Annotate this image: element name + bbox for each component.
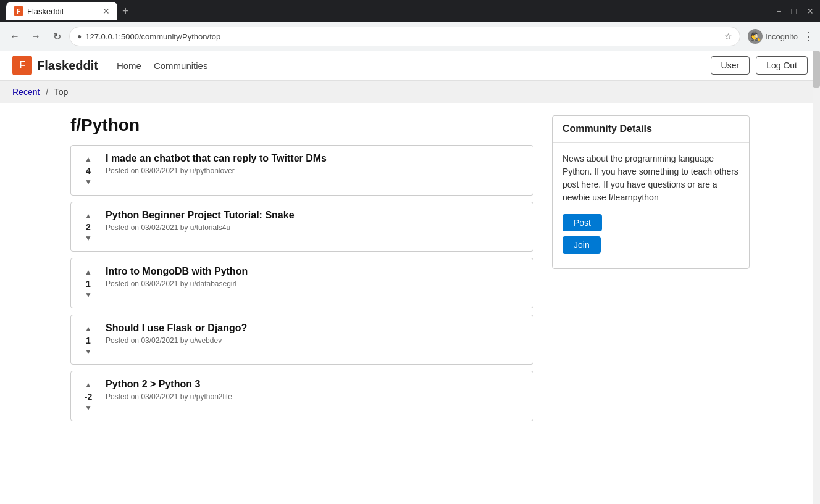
browser-toolbar: ← → ↻ ● 127.0.0.1:5000/community/Python/… bbox=[0, 22, 820, 51]
address-bar[interactable]: ● 127.0.0.1:5000/community/Python/top ☆ bbox=[69, 27, 740, 46]
scrollbar[interactable] bbox=[813, 51, 820, 440]
nav-actions: User Log Out bbox=[711, 56, 808, 75]
post-content: Python Beginner Project Tutorial: Snake … bbox=[106, 210, 523, 232]
minimize-button[interactable]: − bbox=[776, 6, 781, 16]
vote-section: ▲ 2 ▼ bbox=[81, 210, 96, 244]
browser-chrome: F Flaskeddit ✕ + − □ ✕ ← → ↻ ● 127.0.0.1… bbox=[0, 0, 820, 51]
post-meta: Posted on 03/02/2021 by u/databasegirl bbox=[106, 279, 523, 288]
community-details-heading: Community Details bbox=[553, 116, 749, 143]
vote-section: ▲ -2 ▼ bbox=[81, 379, 96, 413]
scrollbar-thumb[interactable] bbox=[813, 51, 820, 88]
vote-count: -2 bbox=[85, 392, 92, 402]
upvote-button[interactable]: ▲ bbox=[85, 154, 92, 165]
page-wrapper: F Flaskeddit Home Communities User Log O… bbox=[0, 51, 820, 440]
community-details-body: News about the programming language Pyth… bbox=[553, 143, 749, 268]
browser-tab[interactable]: F Flaskeddit ✕ bbox=[6, 2, 117, 20]
post-content: Should I use Flask or Django? Posted on … bbox=[106, 323, 523, 345]
brand-logo: F bbox=[12, 56, 32, 75]
restore-button[interactable]: □ bbox=[792, 6, 797, 16]
upvote-button[interactable]: ▲ bbox=[85, 380, 92, 390]
sidebar-column: Community Details News about the program… bbox=[552, 115, 750, 428]
incognito-label: Incognito bbox=[765, 32, 798, 41]
window-controls: − □ ✕ bbox=[776, 6, 814, 16]
page-content: F Flaskeddit Home Communities User Log O… bbox=[0, 51, 820, 440]
bookmark-icon[interactable]: ☆ bbox=[724, 31, 732, 41]
upvote-button[interactable]: ▲ bbox=[85, 211, 92, 221]
post-content: Python 2 > Python 3 Posted on 03/02/2021… bbox=[106, 379, 523, 401]
community-details-card: Community Details News about the program… bbox=[552, 115, 750, 269]
downvote-button[interactable]: ▼ bbox=[85, 347, 92, 357]
breadcrumb-current: Top bbox=[54, 87, 69, 97]
breadcrumb-recent-link[interactable]: Recent bbox=[12, 87, 40, 97]
post-content: Intro to MongoDB with Python Posted on 0… bbox=[106, 266, 523, 288]
lock-icon: ● bbox=[77, 32, 82, 41]
downvote-button[interactable]: ▼ bbox=[85, 290, 92, 300]
brand: F Flaskeddit bbox=[12, 56, 98, 75]
incognito-button[interactable]: 🕵 Incognito bbox=[748, 29, 798, 44]
posts-column: f/Python ▲ 4 ▼ I made an chatbot that ca… bbox=[70, 115, 533, 428]
post-meta: Posted on 03/02/2021 by u/pythonlover bbox=[106, 167, 523, 175]
vote-count: 1 bbox=[86, 336, 91, 345]
forward-button[interactable]: → bbox=[27, 28, 44, 45]
tab-favicon: F bbox=[14, 6, 23, 16]
user-button[interactable]: User bbox=[711, 56, 750, 75]
page-title: f/Python bbox=[70, 115, 533, 135]
browser-title-bar: F Flaskeddit ✕ + − □ ✕ bbox=[0, 0, 820, 22]
close-tab-button[interactable]: ✕ bbox=[102, 7, 110, 15]
vote-section: ▲ 1 ▼ bbox=[81, 266, 96, 300]
downvote-button[interactable]: ▼ bbox=[85, 233, 92, 244]
upvote-button[interactable]: ▲ bbox=[85, 267, 92, 278]
post-meta: Posted on 03/02/2021 by u/webdev bbox=[106, 336, 523, 345]
incognito-icon: 🕵 bbox=[748, 29, 763, 44]
post-title[interactable]: I made an chatbot that can reply to Twit… bbox=[106, 153, 523, 164]
posts-container: ▲ 4 ▼ I made an chatbot that can reply t… bbox=[70, 145, 533, 421]
upvote-button[interactable]: ▲ bbox=[85, 324, 92, 334]
vote-count: 2 bbox=[86, 222, 91, 232]
nav-home-link[interactable]: Home bbox=[117, 60, 141, 71]
url-text: 127.0.0.1:5000/community/Python/top bbox=[85, 32, 721, 41]
vote-section: ▲ 1 ▼ bbox=[81, 323, 96, 357]
downvote-button[interactable]: ▼ bbox=[85, 403, 92, 413]
breadcrumb: Recent / Top bbox=[0, 81, 820, 103]
back-button[interactable]: ← bbox=[6, 28, 23, 45]
post-card: ▲ 4 ▼ I made an chatbot that can reply t… bbox=[70, 145, 533, 196]
vote-section: ▲ 4 ▼ bbox=[81, 153, 96, 188]
downvote-button[interactable]: ▼ bbox=[85, 177, 92, 188]
browser-menu-button[interactable]: ⋮ bbox=[803, 30, 814, 43]
vote-count: 1 bbox=[86, 279, 91, 289]
post-card: ▲ 1 ▼ Intro to MongoDB with Python Poste… bbox=[70, 258, 533, 308]
nav-communities-link[interactable]: Communities bbox=[154, 60, 208, 71]
post-title[interactable]: Python 2 > Python 3 bbox=[106, 379, 523, 390]
join-button[interactable]: Join bbox=[563, 236, 601, 254]
breadcrumb-separator: / bbox=[46, 87, 48, 97]
main-layout: f/Python ▲ 4 ▼ I made an chatbot that ca… bbox=[9, 103, 811, 440]
post-meta: Posted on 03/02/2021 by u/tutorials4u bbox=[106, 223, 523, 232]
community-description: News about the programming language Pyth… bbox=[563, 152, 739, 204]
brand-name: Flaskeddit bbox=[37, 59, 98, 73]
close-button[interactable]: ✕ bbox=[806, 6, 814, 16]
toolbar-right-buttons: 🕵 Incognito ⋮ bbox=[748, 29, 814, 44]
post-meta: Posted on 03/02/2021 by u/python2life bbox=[106, 392, 523, 401]
post-title[interactable]: Intro to MongoDB with Python bbox=[106, 266, 523, 277]
navbar: F Flaskeddit Home Communities User Log O… bbox=[0, 51, 820, 81]
post-content: I made an chatbot that can reply to Twit… bbox=[106, 153, 523, 175]
new-tab-button[interactable]: + bbox=[122, 5, 129, 18]
logout-button[interactable]: Log Out bbox=[756, 56, 808, 75]
post-card: ▲ 1 ▼ Should I use Flask or Django? Post… bbox=[70, 315, 533, 365]
post-button[interactable]: Post bbox=[563, 214, 602, 231]
vote-count: 4 bbox=[86, 166, 91, 176]
nav-links: Home Communities bbox=[117, 60, 711, 71]
post-card: ▲ 2 ▼ Python Beginner Project Tutorial: … bbox=[70, 202, 533, 252]
post-title[interactable]: Python Beginner Project Tutorial: Snake bbox=[106, 210, 523, 221]
reload-button[interactable]: ↻ bbox=[48, 28, 65, 45]
post-title[interactable]: Should I use Flask or Django? bbox=[106, 323, 523, 334]
post-card: ▲ -2 ▼ Python 2 > Python 3 Posted on 03/… bbox=[70, 371, 533, 421]
tab-title: Flaskeddit bbox=[27, 7, 98, 16]
